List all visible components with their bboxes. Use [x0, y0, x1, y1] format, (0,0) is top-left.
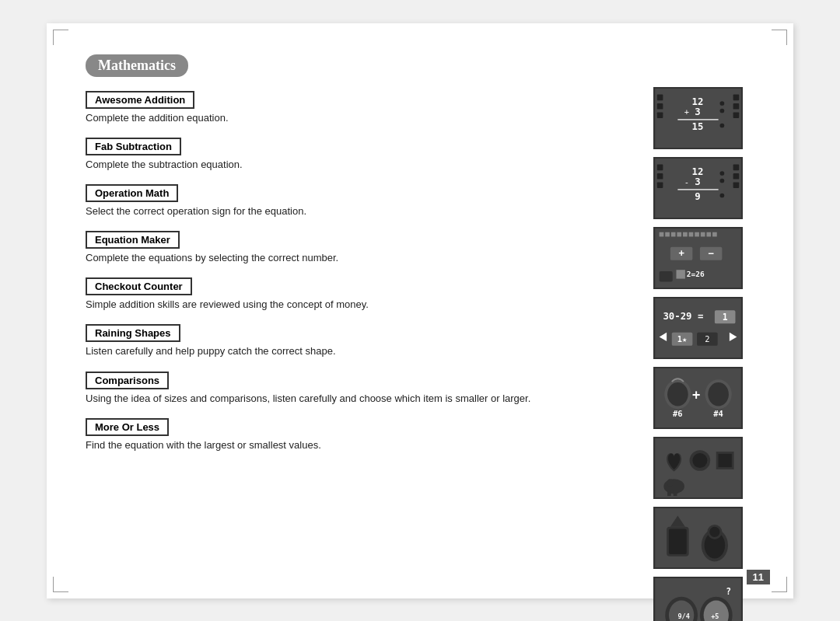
- svg-text:15: 15: [692, 121, 704, 132]
- category-header: Mathematics: [86, 54, 188, 77]
- activity-title-equation-maker: Equation Maker: [86, 231, 180, 249]
- activity-title-raining-shapes: Raining Shapes: [86, 324, 180, 342]
- svg-rect-33: [671, 232, 676, 236]
- svg-text:3: 3: [695, 106, 700, 117]
- page: Mathematics Awesome Addition Complete th…: [47, 23, 793, 598]
- svg-point-12: [720, 101, 725, 106]
- svg-text:1★: 1★: [677, 334, 688, 344]
- activity-desc-comparisons: Using the idea of sizes and comparisons,…: [86, 392, 630, 406]
- svg-rect-2: [657, 103, 663, 110]
- corner-tr: [772, 30, 787, 45]
- corner-br: [772, 577, 787, 592]
- activity-title-comparisons: Comparisons: [86, 372, 169, 389]
- activity-item-more-or-less: More Or Less Find the equation with the …: [86, 418, 630, 452]
- svg-point-14: [720, 123, 725, 127]
- thumb-more-or-less: 9/4 +5 ?: [653, 577, 743, 622]
- svg-rect-32: [665, 232, 670, 236]
- thumbnail-column: 12 + 3 15: [653, 87, 754, 622]
- activity-item-fab-subtraction: Fab Subtraction Complete the subtraction…: [86, 138, 630, 172]
- svg-rect-40: [712, 232, 717, 236]
- svg-rect-6: [733, 112, 740, 118]
- svg-rect-16: [657, 164, 663, 170]
- activity-desc-raining-shapes: Listen carefully and help puppy catch th…: [86, 344, 630, 358]
- svg-rect-34: [677, 232, 681, 236]
- svg-rect-4: [733, 94, 740, 100]
- thumb-comparisons: [653, 507, 743, 569]
- svg-text:+: +: [684, 107, 689, 117]
- thumb-awesome-addition: 12 + 3 15: [653, 87, 743, 149]
- svg-rect-21: [733, 182, 740, 188]
- svg-text:−: −: [708, 248, 714, 259]
- corner-bl: [53, 577, 68, 592]
- svg-rect-49: [656, 298, 740, 358]
- svg-point-83: [709, 526, 719, 536]
- svg-rect-31: [660, 232, 664, 236]
- svg-text:+: +: [678, 248, 684, 259]
- svg-point-28: [720, 178, 725, 183]
- svg-rect-35: [683, 232, 688, 236]
- svg-text:2=26: 2=26: [687, 269, 705, 277]
- svg-text:30-29 =: 30-29 =: [663, 310, 703, 321]
- activity-desc-operation-math: Select the correct operation sign for th…: [86, 204, 630, 218]
- svg-text:-: -: [684, 177, 689, 187]
- activity-item-awesome-addition: Awesome Addition Complete the addition e…: [86, 91, 630, 125]
- thumb-checkout-counter: + #6 #4: [653, 367, 743, 429]
- thumb-fab-subtraction: 12 - 3 9: [653, 157, 743, 219]
- page-number: 11: [747, 570, 770, 584]
- thumb-equation-maker: 30-29 = 1 1★ 2: [653, 297, 743, 359]
- svg-text:12: 12: [692, 166, 704, 176]
- activity-item-operation-math: Operation Math Select the correct operat…: [86, 184, 630, 218]
- svg-rect-19: [733, 164, 740, 170]
- activity-desc-equation-maker: Complete the equations by selecting the …: [86, 251, 630, 265]
- svg-rect-71: [719, 453, 732, 466]
- svg-point-29: [720, 193, 725, 197]
- svg-rect-74: [667, 490, 671, 496]
- svg-rect-38: [701, 232, 705, 236]
- svg-rect-3: [657, 112, 663, 118]
- svg-text:9/4: 9/4: [677, 612, 689, 620]
- thumb-operation-math: + − 28 2=26: [653, 227, 743, 289]
- content-area: Awesome Addition Complete the addition e…: [86, 91, 754, 622]
- svg-text:+: +: [692, 386, 700, 402]
- svg-point-27: [720, 171, 725, 176]
- activity-desc-awesome-addition: Complete the addition equation.: [86, 111, 630, 125]
- svg-text:#4: #4: [713, 408, 723, 417]
- svg-point-61: [667, 382, 688, 406]
- activity-item-comparisons: Comparisons Using the idea of sizes and …: [86, 372, 630, 406]
- activity-desc-more-or-less: Find the equation with the largest or sm…: [86, 438, 630, 452]
- svg-rect-48: [660, 271, 673, 281]
- activity-title-checkout-counter: Checkout Counter: [86, 277, 192, 295]
- svg-rect-36: [689, 232, 694, 236]
- svg-point-69: [692, 453, 707, 468]
- activity-title-operation-math: Operation Math: [86, 184, 178, 202]
- svg-rect-20: [733, 173, 740, 180]
- svg-point-64: [708, 382, 729, 406]
- svg-rect-79: [669, 529, 687, 553]
- activity-list: Awesome Addition Complete the addition e…: [86, 91, 630, 622]
- svg-rect-39: [706, 232, 711, 236]
- activity-item-equation-maker: Equation Maker Complete the equations by…: [86, 231, 630, 265]
- corner-tl: [53, 30, 68, 45]
- svg-rect-75: [674, 490, 677, 496]
- activity-desc-checkout-counter: Simple addition skills are reviewed usin…: [86, 298, 630, 312]
- svg-point-73: [667, 479, 674, 487]
- svg-text:1: 1: [723, 311, 728, 322]
- svg-text:3: 3: [695, 176, 700, 187]
- thumb-raining-shapes: [653, 437, 743, 499]
- svg-rect-18: [657, 182, 663, 188]
- activity-desc-fab-subtraction: Complete the subtraction equation.: [86, 158, 630, 172]
- svg-text:#6: #6: [673, 408, 683, 417]
- svg-rect-1: [657, 94, 663, 100]
- activity-title-fab-subtraction: Fab Subtraction: [86, 138, 181, 155]
- activity-item-raining-shapes: Raining Shapes Listen carefully and help…: [86, 324, 630, 358]
- svg-text:2: 2: [705, 334, 709, 344]
- activity-item-checkout-counter: Checkout Counter Simple addition skills …: [86, 277, 630, 312]
- svg-point-13: [720, 108, 725, 113]
- svg-rect-5: [733, 103, 740, 110]
- svg-text:+5: +5: [711, 612, 719, 620]
- svg-rect-17: [657, 173, 663, 180]
- svg-text:12: 12: [692, 96, 704, 106]
- svg-rect-37: [695, 232, 699, 236]
- svg-text:?: ?: [726, 585, 731, 596]
- svg-rect-46: [676, 270, 684, 278]
